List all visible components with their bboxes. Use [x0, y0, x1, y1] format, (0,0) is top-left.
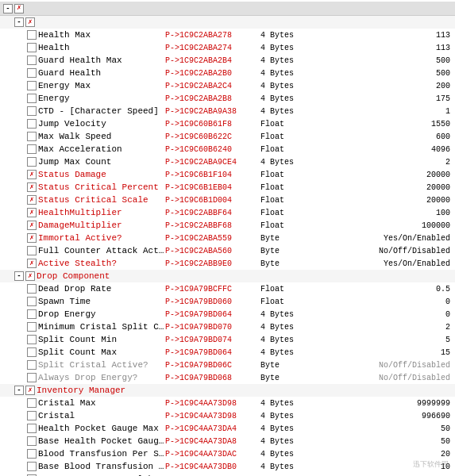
checkbox-energy[interactable]	[27, 94, 37, 103]
type-max-acceleration: Float	[260, 145, 308, 154]
checkbox-split-count-max[interactable]	[27, 347, 37, 357]
value-split-count-max: 15	[308, 348, 453, 357]
addr-guard-health-max: P->1C9C2ABA2B4	[165, 56, 260, 65]
checkbox-health-multiplier[interactable]	[27, 208, 37, 217]
checkbox-immortal-active[interactable]	[27, 233, 37, 243]
checkbox-max-walk-speed[interactable]	[27, 132, 37, 141]
value-health: 113	[308, 44, 453, 52]
checkbox-status-critical-scale[interactable]	[27, 195, 37, 205]
checkbox-health[interactable]	[27, 43, 37, 52]
row-guard-health-max: Guard Health MaxP->1C9C2ABA2B44 Bytes500	[0, 54, 455, 67]
value-jump-velocity: 1550	[308, 120, 453, 129]
checkbox-status-damage[interactable]	[27, 170, 37, 179]
checkbox-energy-max[interactable]	[27, 81, 37, 90]
name-base-health-pocket-gauge-max: Base Health Pocket Gauge Max	[38, 436, 165, 446]
value-spawn-time: 0	[308, 298, 453, 306]
checkbox-always-drop-energy[interactable]	[27, 373, 37, 382]
name-min-cristal-split: Minimum Cristal Split Count	[38, 322, 165, 332]
name-cristal: Cristal	[38, 411, 165, 420]
checkbox-blood-transfusion-per-sec[interactable]	[27, 449, 37, 459]
checkbox-base-blood-transfusion-per-sec[interactable]	[27, 462, 37, 471]
type-health-max: 4 Bytes	[260, 31, 308, 40]
name-health-multiplier: HealthMultiplier	[38, 208, 165, 217]
checkbox-guard-health[interactable]	[27, 68, 37, 78]
checkbox-drop-component-header[interactable]	[25, 271, 35, 281]
checkbox-health-max[interactable]	[27, 30, 37, 40]
value-health-max: 113	[308, 31, 453, 40]
name-guard-health: Guard Health	[38, 68, 165, 78]
type-spawn-time: Float	[260, 298, 308, 306]
addr-dead-drop-rate: P->1C9A79BCFFC	[165, 285, 260, 294]
checkbox-jump-max-count[interactable]	[27, 157, 37, 167]
row-health: HealthP->1C9C2ABA2744 Bytes113	[0, 41, 455, 54]
type-status-critical-scale: Float	[260, 196, 308, 205]
name-damage-multiplier: DamageMultiplier	[38, 221, 165, 230]
name-active-stealth: Active Stealth?	[38, 259, 165, 268]
checkbox-cristal-max[interactable]	[27, 398, 37, 408]
checkbox-max-acceleration[interactable]	[27, 144, 37, 154]
checkbox-cristal[interactable]	[27, 411, 37, 420]
name-status-damage: Status Damage	[38, 170, 165, 179]
checkbox-drop-energy[interactable]	[27, 309, 37, 319]
type-health-multiplier: Float	[260, 209, 308, 217]
type-guard-health: 4 Bytes	[260, 69, 308, 78]
name-split-count-min: Split Count Min	[38, 335, 165, 344]
root-checkbox[interactable]	[14, 4, 24, 13]
checkbox-min-cristal-split[interactable]	[27, 322, 37, 332]
checkbox-base-health-pocket-gauge-max[interactable]	[27, 436, 37, 446]
checkbox-ctd[interactable]	[27, 106, 37, 116]
name-jump-velocity: Jump Velocity	[38, 119, 165, 129]
header-bar: -	[0, 2, 455, 16]
checkbox-jump-velocity[interactable]	[27, 119, 37, 129]
row-dead-drop-rate: Dead Drop RateP->1C9A79BCFFCFloat0.5	[0, 282, 455, 295]
row-energy: EnergyP->1C9C2ABA2B84 Bytes175	[0, 92, 455, 105]
type-ctd: 4 Bytes	[260, 107, 308, 116]
addr-spawn-time: P->1C9A79BD060	[165, 298, 260, 306]
checkbox-status-critical-percent[interactable]	[27, 182, 37, 192]
addr-energy-max: P->1C9C2ABA2C4	[165, 82, 260, 90]
addr-immortal-active: P->1C9C2ABA559	[165, 234, 260, 243]
row-health-multiplier: HealthMultiplierP->1C9C2ABBF64Float100	[0, 206, 455, 219]
name-always-drop-energy: Always Drop Energy?	[38, 373, 165, 382]
name-split-cristal-active: Split Cristal Active?	[38, 360, 165, 370]
value-dead-drop-rate: 0.5	[308, 285, 453, 294]
row-jump-velocity: Jump VelocityP->1C9C60B61F8Float1550	[0, 117, 455, 130]
checkbox-damage-multiplier[interactable]	[27, 221, 37, 230]
type-cristal-max: 4 Bytes	[260, 399, 308, 408]
expand-drop-component-header[interactable]: -	[14, 271, 24, 281]
game-datas-checkbox[interactable]	[25, 17, 35, 27]
addr-full-counter-active: P->1C9C2ABA560	[165, 247, 260, 255]
value-energy: 175	[308, 94, 453, 103]
section-name-drop-component-header: Drop Component	[37, 271, 164, 281]
checkbox-full-counter-active[interactable]	[27, 246, 37, 255]
value-split-count-min: 5	[308, 336, 453, 344]
type-full-counter-active: Byte	[260, 247, 308, 255]
name-cristal-max: Cristal Max	[38, 398, 165, 408]
checkbox-spawn-time[interactable]	[27, 297, 37, 306]
value-ctd: 1	[308, 107, 453, 116]
addr-jump-max-count: P->1C9C2ABA9CE4	[165, 158, 260, 167]
expand-game-datas[interactable]: -	[14, 17, 24, 27]
row-split-cristal-active: Split Cristal Active?P->1C9A79BD06CByteN…	[0, 359, 455, 371]
name-energy-max: Energy Max	[38, 81, 165, 90]
row-active-stealth: Active Stealth?P->1C9C2ABB9E0ByteYes/On/…	[0, 257, 455, 270]
checkbox-active-stealth[interactable]	[27, 259, 37, 268]
checkbox-split-count-min[interactable]	[27, 335, 37, 344]
type-energy-max: 4 Bytes	[260, 82, 308, 90]
value-min-cristal-split: 2	[308, 323, 453, 332]
row-base-blood-transfusion-per-sec: Base Blood Transfusion Per SecP->1C9C4AA…	[0, 460, 455, 473]
addr-split-count-min: P->1C9A79BD074	[165, 336, 260, 344]
checkbox-split-cristal-active[interactable]	[27, 360, 37, 370]
expand-root[interactable]: -	[3, 4, 13, 13]
checkbox-guard-health-max[interactable]	[27, 56, 37, 65]
row-cristal: CristalP->1C9C4AA73D984 Bytes996690	[0, 409, 455, 422]
name-blood-transfusion-per-sec: Blood Transfusion Per Sec	[38, 449, 165, 459]
checkbox-health-pocket-gauge-max[interactable]	[27, 424, 37, 433]
row-always-drop-energy: Always Drop Energy?P->1C9A79BD068ByteNo/…	[0, 371, 455, 384]
value-status-damage: 20000	[308, 171, 453, 179]
checkbox-inventory-manager-header[interactable]	[25, 386, 35, 395]
value-cristal-max: 9999999	[308, 399, 453, 408]
name-ctd: CTD - [Character Speed]	[38, 106, 165, 116]
expand-inventory-manager-header[interactable]: -	[14, 386, 24, 395]
checkbox-dead-drop-rate[interactable]	[27, 284, 37, 294]
